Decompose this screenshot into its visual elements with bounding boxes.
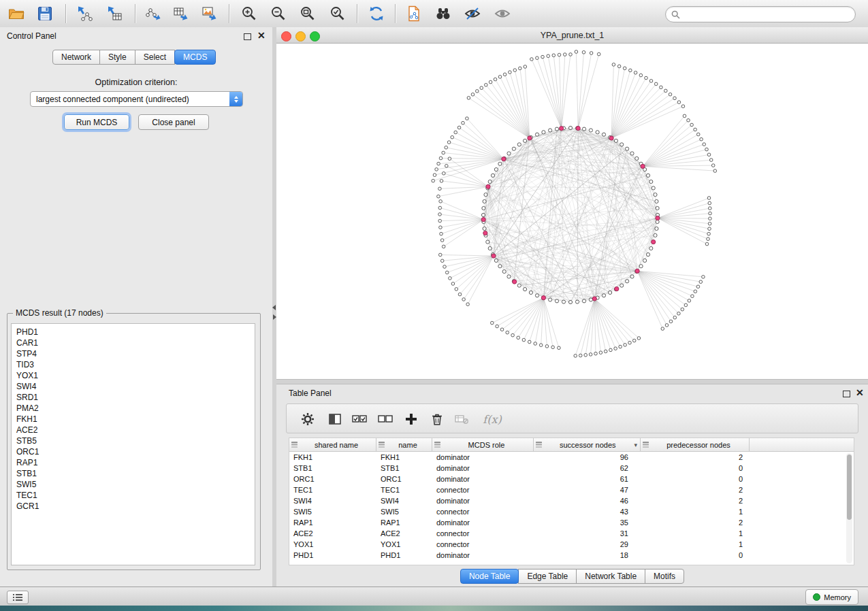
node-table[interactable]: shared namenameMCDS rolesuccessor nodes▾… [289,437,854,565]
table-cell[interactable]: 2 [641,495,750,506]
table-cell[interactable]: TEC1 [376,484,432,495]
table-cell[interactable]: 43 [534,506,641,517]
table-cell[interactable]: 18 [534,550,641,561]
table-cell[interactable]: RAP1 [376,517,432,528]
table-cell[interactable]: TEC1 [289,484,376,495]
table-scrollbar[interactable] [846,453,852,563]
table-cell[interactable]: PHD1 [376,550,432,561]
mcds-result-item[interactable]: ACE2 [12,425,255,435]
table-cell[interactable]: 2 [641,452,750,463]
table-cell[interactable]: 47 [534,484,641,495]
scrollbar-thumb[interactable] [847,455,852,520]
import-table-button[interactable] [103,3,125,24]
tab-edge-table[interactable]: Edge Table [518,569,577,584]
save-session-button[interactable] [34,3,56,24]
table-cell[interactable]: dominator [432,550,534,561]
tab-node-table[interactable]: Node Table [460,569,519,584]
zoom-in-button[interactable] [238,3,260,24]
close-panel-button[interactable]: Close panel [138,114,209,130]
mcds-result-item[interactable]: RAP1 [12,457,255,468]
table-row[interactable]: ACE2ACE2connector311 [289,528,854,539]
table-cell[interactable]: SWI5 [376,506,432,517]
table-cell[interactable]: dominator [432,463,534,474]
table-settings-button[interactable] [299,410,317,428]
table-row[interactable]: ORC1ORC1dominator610 [289,474,854,484]
tab-network-table[interactable]: Network Table [576,569,645,584]
table-row[interactable]: RAP1RAP1dominator352 [289,517,854,528]
table-cell[interactable]: PHD1 [289,550,376,561]
open-file-button[interactable] [5,3,27,24]
table-row[interactable]: PHD1PHD1dominator180 [289,550,854,561]
table-cell[interactable]: 46 [534,495,641,506]
table-cell[interactable]: YOX1 [289,539,376,550]
table-cell[interactable]: connector [432,484,534,495]
float-window-icon[interactable] [244,33,251,40]
table-row[interactable]: FKH1FKH1dominator962 [289,452,854,463]
table-cell[interactable]: SWI4 [376,495,432,506]
mcds-result-item[interactable]: YOX1 [12,370,255,381]
table-cell[interactable]: ORC1 [376,474,432,484]
tab-motifs[interactable]: Motifs [645,569,684,584]
hide-edges-button[interactable] [462,3,483,24]
tab-style[interactable]: Style [99,50,135,65]
refresh-button[interactable] [366,3,387,24]
mcds-result-item[interactable]: SRD1 [12,392,255,403]
table-cell[interactable]: 0 [641,463,750,474]
network-nodes[interactable] [432,50,717,357]
mcds-result-item[interactable]: STB5 [12,435,255,446]
mcds-result-item[interactable]: GCR1 [12,501,255,512]
run-mcds-button[interactable]: Run MCDS [64,114,129,130]
export-network-button[interactable] [143,3,165,24]
memory-button[interactable]: Memory [805,589,858,605]
table-cell[interactable]: 1 [641,539,750,550]
dropdown-stepper-icon[interactable] [229,92,242,106]
tab-network[interactable]: Network [52,50,100,65]
mcds-result-item[interactable]: STB1 [12,468,255,479]
table-cell[interactable]: 61 [534,474,641,484]
table-cell[interactable]: 2 [641,484,750,495]
float-window-icon[interactable] [843,391,850,397]
table-cell[interactable]: connector [432,528,534,539]
table-cell[interactable]: YOX1 [376,539,432,550]
mcds-result-item[interactable]: PMA2 [12,403,255,414]
table-row[interactable]: STB1STB1dominator620 [289,463,854,474]
table-cell[interactable]: dominator [432,517,534,528]
add-column-button[interactable] [402,410,420,428]
mcds-result-item[interactable]: STP4 [12,348,255,359]
table-cell[interactable]: 62 [534,463,641,474]
column-header-shared-name[interactable]: shared name [289,438,376,452]
delete-column-button[interactable] [428,410,446,428]
show-graphics-button[interactable] [492,3,513,24]
table-cell[interactable]: dominator [432,452,534,463]
close-panel-icon[interactable]: ✕ [856,387,864,398]
search-field[interactable] [665,6,856,22]
table-row[interactable]: YOX1YOX1connector291 [289,539,854,550]
column-header-name[interactable]: name [376,438,432,452]
close-panel-icon[interactable]: ✕ [257,30,266,41]
function-builder-button[interactable]: f(x) [479,410,506,428]
sort-chevron-icon[interactable]: ▾ [632,442,639,448]
table-cell[interactable]: FKH1 [289,452,376,463]
import-network-button[interactable] [74,3,95,24]
collapse-left-icon[interactable] [272,305,276,310]
table-cell[interactable]: ORC1 [289,474,376,484]
table-cell[interactable]: 1 [641,506,750,517]
table-row[interactable]: SWI5SWI5connector431 [289,506,854,517]
show-columns-button[interactable] [326,410,344,428]
table-cell[interactable]: 0 [641,550,750,561]
table-cell[interactable]: 31 [534,528,641,539]
table-cell[interactable]: SWI4 [289,495,376,506]
tab-select[interactable]: Select [135,50,175,65]
network-window-titlebar[interactable]: YPA_prune.txt_1 [276,27,868,44]
zoom-fit-button[interactable] [297,3,319,24]
mcds-result-item[interactable]: PHD1 [12,327,255,337]
export-image-button[interactable] [199,3,221,24]
mcds-result-item[interactable]: FKH1 [12,414,255,425]
mcds-result-item[interactable]: TEC1 [12,490,255,501]
table-cell[interactable]: FKH1 [376,452,432,463]
zoom-out-button[interactable] [268,3,289,24]
search-network-button[interactable] [432,3,454,24]
table-cell[interactable]: ACE2 [376,528,432,539]
table-cell[interactable]: 96 [534,452,641,463]
mcds-result-list[interactable]: PHD1CAR1STP4TID3YOX1SWI4SRD1PMA2FKH1ACE2… [11,323,255,565]
